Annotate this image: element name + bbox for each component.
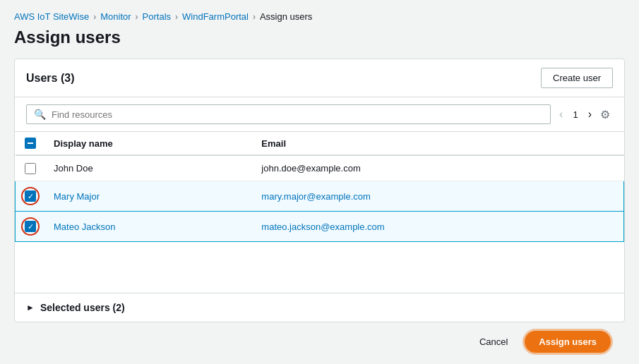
pagination-next-button[interactable]: › [585, 107, 595, 121]
breadcrumb-current: Assign users [260, 11, 312, 22]
search-row: 🔍 ‹ 1 › ⚙ [15, 97, 624, 132]
row-email: mateo.jackson@example.com [253, 212, 623, 242]
page-title: Assign users [14, 28, 625, 47]
table-row: John Doejohn.doe@example.com [16, 155, 624, 181]
row-display-name: Mateo Jackson [45, 212, 253, 242]
breadcrumb-monitor[interactable]: Monitor [100, 11, 131, 22]
breadcrumb-sep-3: › [175, 12, 178, 22]
header-checkbox-cell [16, 132, 46, 155]
pagination-current-page: 1 [568, 108, 582, 121]
users-table: Display name Email John Doejohn.doe@exam… [15, 132, 624, 242]
table-wrapper: Display name Email John Doejohn.doe@exam… [15, 132, 624, 293]
header-display-name: Display name [45, 132, 253, 155]
row-checkbox-checked[interactable] [25, 190, 36, 202]
selected-users-section: ► Selected users (2) [15, 293, 624, 322]
create-user-button[interactable]: Create user [541, 68, 613, 88]
row-email: mary.major@example.com [253, 181, 623, 212]
breadcrumb-portals[interactable]: Portals [143, 11, 171, 22]
checkbox-highlight [21, 217, 40, 236]
checkbox-wrapper [21, 163, 40, 174]
search-box: 🔍 [26, 104, 551, 124]
pagination: ‹ 1 › ⚙ [556, 107, 613, 123]
users-section-title: Users (3) [26, 72, 74, 85]
breadcrumb-iot-sitewise[interactable]: AWS IoT SiteWise [14, 11, 89, 22]
row-email: john.doe@example.com [253, 155, 623, 181]
selected-users-toggle[interactable]: ► Selected users (2) [26, 302, 613, 313]
search-icon: 🔍 [34, 109, 46, 120]
header-checkbox-wrap [21, 138, 40, 149]
table-row: Mateo Jacksonmateo.jackson@example.com [16, 212, 624, 242]
row-display-name: Mary Major [45, 181, 253, 212]
breadcrumb-sep-2: › [136, 12, 138, 22]
row-checkbox-cell [16, 155, 46, 181]
assign-users-button[interactable]: Assign users [525, 331, 611, 353]
header-email: Email [253, 132, 623, 155]
row-checkbox-checked[interactable] [25, 221, 36, 232]
toggle-arrow-icon: ► [26, 303, 35, 313]
row-checkbox-cell [16, 181, 46, 212]
table-row: Mary Majormary.major@example.com [16, 181, 624, 212]
breadcrumb-sep-1: › [93, 12, 96, 22]
row-checkbox[interactable] [25, 163, 36, 174]
table-header-row: Display name Email [16, 132, 624, 155]
select-all-checkbox[interactable] [25, 138, 36, 149]
users-header: Users (3) Create user [15, 59, 624, 97]
row-checkbox-cell [16, 212, 46, 242]
cancel-button[interactable]: Cancel [471, 332, 516, 351]
table-body: John Doejohn.doe@example.comMary Majorma… [16, 155, 624, 242]
footer: Cancel Assign users [14, 322, 625, 353]
table-settings-button[interactable]: ⚙ [597, 107, 613, 123]
checkbox-highlight [21, 187, 40, 205]
main-card: Users (3) Create user 🔍 ‹ 1 › ⚙ [14, 59, 625, 322]
breadcrumb-sep-4: › [253, 12, 256, 22]
breadcrumb: AWS IoT SiteWise › Monitor › Portals › W… [14, 11, 625, 22]
selected-users-label: Selected users (2) [40, 302, 125, 313]
pagination-prev-button[interactable]: ‹ [556, 107, 566, 121]
breadcrumb-windfarmportal[interactable]: WindFarmPortal [182, 11, 249, 22]
row-display-name: John Doe [45, 155, 253, 181]
search-input[interactable] [52, 109, 543, 120]
